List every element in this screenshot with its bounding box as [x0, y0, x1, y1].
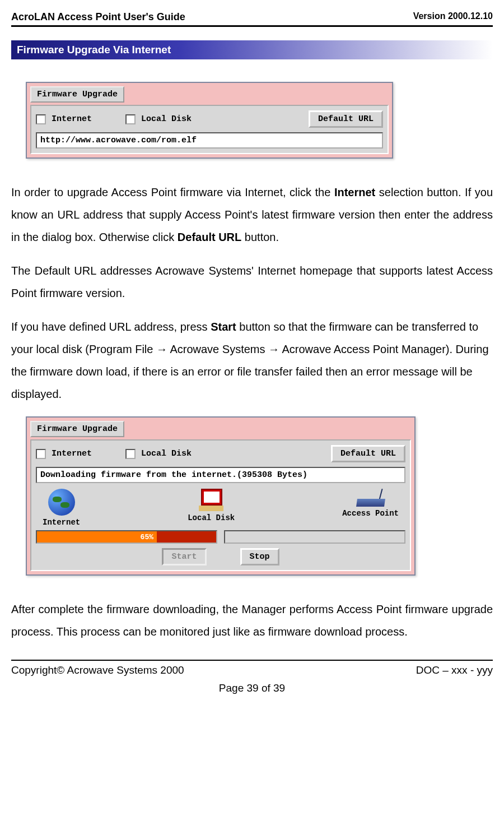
panel-inner: Internet Local Disk Default URL Download…: [30, 439, 411, 571]
footer-page-number: Page 39 of 39: [11, 682, 493, 694]
section-heading: Firmware Upgrade Via Internet: [11, 40, 493, 59]
option-internet-label: Internet: [52, 114, 92, 124]
page-header: AcroLAN Access Point User's Guide Versio…: [11, 11, 493, 27]
checkbox-local-disk[interactable]: [125, 114, 136, 124]
paragraph-2: The Default URL addresses Acrowave Syste…: [11, 259, 493, 304]
paragraph-3: If you have defined URL address, press S…: [11, 316, 493, 405]
tab-firmware-upgrade[interactable]: Firmware Upgrade: [30, 86, 124, 103]
option-internet-label: Internet: [52, 449, 92, 458]
default-url-button[interactable]: Default URL: [331, 445, 405, 462]
progress-bar-upgrade: [224, 530, 405, 544]
tab-firmware-upgrade[interactable]: Firmware Upgrade: [30, 421, 124, 437]
screenshot-firmware-upgrade-url: Firmware Upgrade Internet Local Disk Def…: [26, 82, 393, 159]
progress-bar-download: 65%: [36, 530, 217, 544]
footer-doc-id: DOC – xxx - yyy: [416, 664, 493, 676]
status-text: Downloading firmware from the internet.(…: [36, 467, 405, 483]
label-access-point: Access Point: [342, 509, 399, 518]
panel-inner: Internet Local Disk Default URL http://w…: [30, 105, 389, 154]
globe-icon: [48, 489, 75, 516]
screenshot-firmware-download-progress: Firmware Upgrade Internet Local Disk Def…: [26, 416, 416, 576]
default-url-button[interactable]: Default URL: [309, 110, 383, 128]
start-button[interactable]: Start: [162, 548, 206, 565]
checkbox-internet[interactable]: [36, 449, 46, 459]
computer-icon: [198, 489, 225, 511]
access-point-icon: [357, 489, 385, 507]
label-local-disk: Local Disk: [188, 513, 235, 522]
checkbox-local-disk[interactable]: [125, 449, 136, 459]
icon-col-local: Local Disk: [188, 489, 235, 527]
doc-title: AcroLAN Access Point User's Guide: [11, 11, 185, 23]
paragraph-4: After complete the firmware downloading,…: [11, 598, 493, 643]
footer: Copyright© Acrowave Systems 2000 DOC – x…: [11, 660, 493, 694]
icon-col-internet: Internet: [43, 489, 80, 527]
checkbox-internet[interactable]: [36, 114, 46, 124]
option-local-label: Local Disk: [141, 449, 192, 458]
progress-fill: 65%: [37, 531, 157, 543]
stop-button[interactable]: Stop: [240, 548, 279, 565]
label-internet: Internet: [43, 518, 80, 527]
footer-copyright: Copyright© Acrowave Systems 2000: [11, 664, 184, 676]
doc-version: Version 2000.12.10: [413, 11, 493, 23]
option-local-label: Local Disk: [141, 114, 192, 124]
url-input[interactable]: http://www.acrowave.com/rom.elf: [36, 132, 383, 149]
paragraph-1: In order to upgrade Access Point firmwar…: [11, 181, 493, 248]
icon-col-ap: Access Point: [342, 489, 399, 527]
